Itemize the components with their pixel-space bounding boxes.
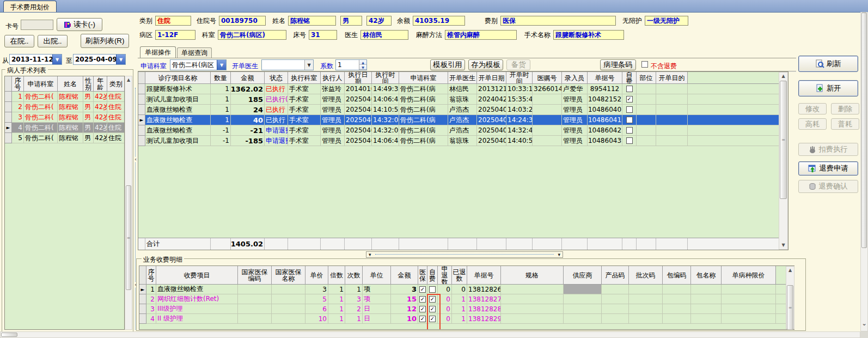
new-order-button[interactable]: 新开 (798, 80, 858, 96)
chevron-down-icon[interactable]: ▼ (52, 55, 62, 64)
table-row[interactable]: 1骨伤二科(陈程铭男42岁住院 (5, 92, 124, 102)
main-content: 卡号 读卡(-) 在院.. 出院.. 刷新列表(R) 从 2013-11-12 … (0, 12, 860, 331)
cell: 0 (438, 294, 452, 304)
column-header: 单位 (363, 266, 391, 285)
tab-bill-operation[interactable]: 单据操作 (140, 46, 176, 58)
cell: ✓ (418, 304, 427, 314)
horizontal-splitter[interactable]: ▾ ▾ (366, 251, 563, 258)
cell: 42岁 (94, 102, 107, 112)
admission-no-field[interactable]: 00189750 (219, 16, 266, 26)
surgery-name-field[interactable]: 跟腱断裂修补术 (553, 30, 624, 40)
table-row[interactable]: 4II 级护理1011日10✓✓0113812829 (139, 314, 794, 324)
tab-surgery-fee-pricing[interactable]: 手术费用划价 (3, 1, 57, 12)
charge-detail-scrollbar[interactable]: ▲ ≡ (786, 266, 794, 329)
dept-label: 科室 (202, 31, 215, 40)
spinner-arrows-icon[interactable]: ▲▼ (359, 60, 366, 70)
collapse-left-icon[interactable]: ‹ (133, 156, 138, 162)
normal-consumable-button[interactable]: 普耗 (831, 118, 859, 130)
name-field[interactable]: 陈程铭 (288, 16, 336, 26)
table-row[interactable]: ►1血液微丝蚴检查311项3✓0013812826 (139, 285, 794, 294)
self_pay-checkbox[interactable] (626, 117, 633, 123)
ins-checkbox[interactable]: ✓ (419, 316, 426, 322)
cell: 3 (305, 285, 328, 294)
refresh-button[interactable]: 刷新 (798, 56, 858, 72)
tab-bill-query[interactable]: 单据查询 (177, 47, 212, 58)
to-date-picker[interactable]: 2025-04-09 ▼ (73, 54, 126, 65)
table-row[interactable]: 测试儿童加收项目1185已执行(手术室管理员2025040914:06:43骨伤… (138, 94, 788, 105)
self-checkbox[interactable]: ✓ (429, 296, 436, 303)
row-selector (139, 294, 146, 304)
chevron-down-icon[interactable]: ▼ (304, 60, 313, 70)
escort-field[interactable]: 一级无陪护 (645, 16, 688, 26)
from-date-picker[interactable]: 2013-11-12 ▼ (9, 54, 62, 65)
cell: 1 (211, 115, 231, 125)
refund-confirm-button[interactable]: 退费确认 (798, 180, 858, 193)
refund-apply-button[interactable]: 退费申请 (798, 161, 858, 176)
window-vertical-scrollbar[interactable]: ⌄ (860, 12, 868, 331)
self-checkbox[interactable]: ✓ (429, 306, 436, 312)
ward-field[interactable]: 1-12F (155, 30, 195, 40)
apply-dept-select[interactable]: 骨伤二科(病区 ▼ (170, 59, 227, 70)
table-row[interactable]: 2骨伤二科(陈程铭男42岁住院 (5, 102, 124, 112)
window-horizontal-scrollbar[interactable] (0, 331, 860, 338)
coefficient-stepper[interactable]: 1 ▲▼ (335, 59, 367, 70)
collapse-down-icon[interactable]: ▾ (369, 252, 371, 257)
table-row[interactable]: 跟腱断裂修补术11362.02已执行手术室张益玲2014010214:49:32… (138, 84, 788, 94)
table-row[interactable]: ►血液微丝蚴检查140已执行手术室管理员2025040914:32:09骨伤二科… (138, 115, 788, 125)
save-as-template-button[interactable]: 存为模板 (468, 59, 503, 70)
self_pay-checkbox[interactable] (626, 137, 633, 144)
anesthesia-field[interactable]: 椎管内麻醉 (445, 30, 517, 40)
bed-field[interactable]: 31 (309, 30, 337, 40)
in-hospital-button[interactable]: 在院.. (4, 35, 34, 47)
treatment-table-scrollbar[interactable]: ▲ ≡ ▼ (779, 72, 788, 250)
exclude-refund-label: 不含退费 (651, 62, 677, 71)
modify-button[interactable]: 修改 (798, 103, 827, 114)
table-row[interactable]: 测试儿童加收项目-1-185申请退费手术室管理员2025040914:06:43… (138, 136, 788, 146)
ins-checkbox[interactable]: ✓ (419, 286, 426, 293)
cell: 陈程铭 (58, 102, 83, 112)
out-hospital-button[interactable]: 出院.. (38, 35, 68, 47)
refresh-list-button[interactable]: 刷新列表(R) (81, 34, 129, 48)
cell: 已执行 (265, 84, 288, 94)
chevron-down-icon[interactable]: ▼ (116, 55, 125, 64)
cell (656, 105, 688, 115)
balance-field[interactable]: 41035.19 (413, 16, 465, 26)
deduct-execute-button[interactable]: 扣费执行 (798, 143, 858, 156)
self_pay-checkbox[interactable] (626, 86, 633, 92)
cell: 住院 (107, 92, 125, 102)
self-checkbox[interactable] (429, 286, 436, 293)
sex-field[interactable]: 男 (340, 16, 362, 26)
age-field[interactable]: 42岁 (366, 16, 392, 26)
cell: 15 (391, 294, 418, 304)
self_pay-checkbox[interactable]: ✓ (626, 96, 633, 102)
table-row[interactable]: 3骨伤二科(陈程铭男42岁住院 (5, 112, 124, 123)
card-no-input[interactable] (21, 20, 53, 30)
high-consumable-button[interactable]: 高耗 (798, 118, 827, 130)
ins-checkbox[interactable]: ✓ (419, 296, 426, 303)
category-field[interactable]: 住院 (155, 16, 191, 26)
table-row[interactable]: 5骨伤二科(陈程铭男42岁住院 (5, 133, 124, 143)
stock-button[interactable]: 备货 (506, 59, 530, 70)
chevron-down-icon[interactable]: ▼ (217, 60, 226, 70)
doctor-field[interactable]: 林信民 (360, 30, 408, 40)
order-doctor-select[interactable]: ▼ (261, 59, 314, 70)
collapse-down-icon[interactable]: ▾ (558, 252, 560, 257)
template-reference-button[interactable]: 模板引用 (430, 59, 465, 70)
ins-checkbox[interactable]: ✓ (419, 306, 426, 312)
table-row[interactable]: 2网织红细胞计数(Ret)513项15✓✓0113812827 (139, 294, 794, 304)
read-card-button[interactable]: 读卡(-) (57, 18, 102, 31)
table-row[interactable]: ►4骨伤二科(陈程铭男42岁住院 (5, 123, 124, 133)
dept-field[interactable]: 骨伤二科(病区) (218, 30, 286, 40)
table-row[interactable]: 3III级护理612日12✓✓0113812828 (139, 304, 794, 314)
fee-type-field[interactable]: 医保 (500, 16, 616, 26)
pathology-barcode-button[interactable]: 病理条码 (600, 59, 636, 70)
self-checkbox[interactable]: ✓ (429, 316, 436, 322)
exclude-refund-checkbox[interactable] (641, 61, 648, 68)
delete-button[interactable]: 删除 (831, 103, 859, 114)
table-row[interactable]: 血液微丝蚴检查124已执行手术室管理员2025040914:10:55骨伤二科(… (138, 105, 788, 115)
cell: 陈程铭 (58, 92, 83, 102)
self_pay-checkbox[interactable] (626, 106, 633, 113)
patient-list-scrollbar[interactable]: ▲ ≡ (125, 76, 132, 330)
self_pay-checkbox[interactable] (626, 127, 633, 134)
table-row[interactable]: 血液微丝蚴检查-1-21申请退费手术室管理员2025040914:32:09骨伤… (138, 125, 788, 136)
